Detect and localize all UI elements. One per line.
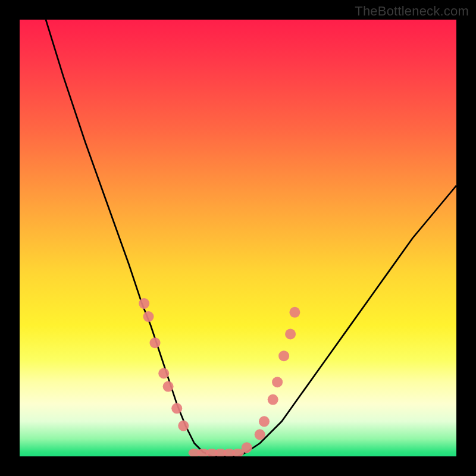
marker-dot (178, 421, 189, 431)
marker-dot (163, 381, 174, 392)
marker-dot (278, 350, 289, 361)
curve-svg (20, 20, 456, 456)
bottleneck-curve (46, 20, 456, 456)
watermark-text: TheBottleneck.com (355, 4, 469, 19)
marker-dot (150, 337, 161, 348)
plot-area (20, 20, 456, 456)
marker-dot (259, 416, 270, 427)
marker-dot (268, 394, 278, 405)
marker-dots (139, 298, 300, 456)
marker-dot (143, 311, 154, 322)
chart-container: TheBottleneck.com (0, 0, 476, 476)
marker-dot (285, 329, 296, 340)
marker-dot (171, 403, 182, 414)
marker-dot (289, 307, 300, 318)
marker-dot (272, 377, 283, 387)
marker-dot (139, 298, 149, 309)
marker-dot (158, 368, 169, 379)
marker-dot (255, 429, 265, 440)
